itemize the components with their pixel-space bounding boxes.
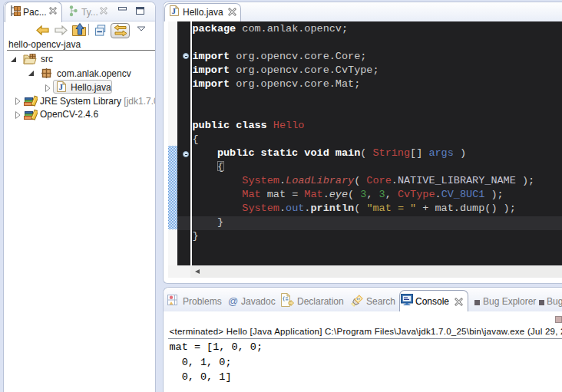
svg-text:J: J xyxy=(58,82,63,91)
svg-text:J: J xyxy=(172,6,177,15)
